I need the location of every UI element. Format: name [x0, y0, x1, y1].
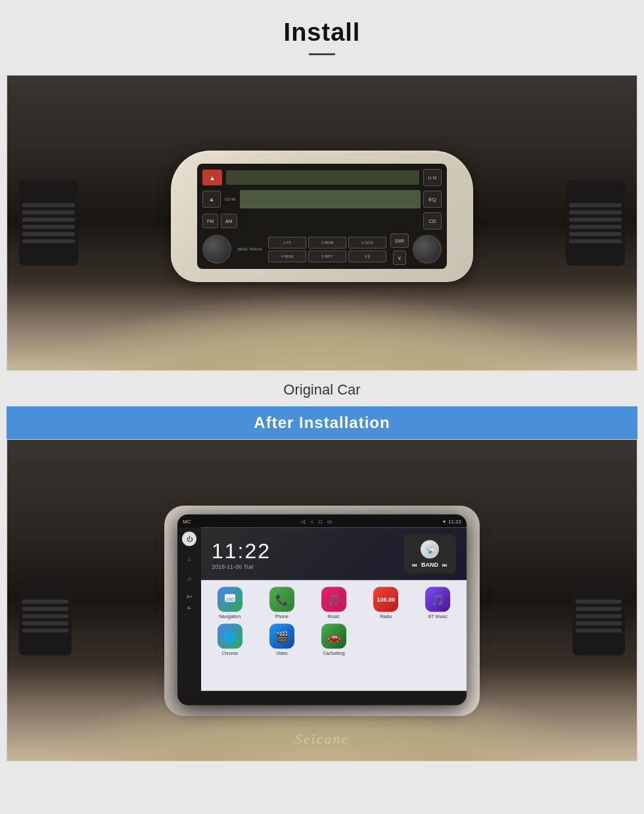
radio-bottom-row: SEEK TRACK 1 FF 2 RDM 3 SCR 4 REW 5 RPT …	[202, 233, 442, 265]
btmusic-app-icon[interactable]: 🎵	[425, 587, 450, 612]
radio-inner: H M ▲ CD-IN EQ FM AM CD	[197, 164, 447, 269]
eq-area: H M	[423, 169, 442, 186]
android-home-top: 11:22 2018-11-06 Tue 📡 ⏮	[201, 528, 467, 581]
page-header: Install	[0, 0, 644, 75]
vent-slat	[22, 232, 75, 236]
music-app-icon[interactable]: 🎵	[321, 587, 346, 612]
navigation-app-icon[interactable]: 280	[218, 587, 242, 612]
status-time: 11:22	[448, 518, 461, 524]
status-right: ▾ 11:22	[443, 518, 461, 524]
carsetting-app-icon[interactable]: 🚗	[321, 624, 346, 649]
back-icon[interactable]: ◁	[301, 518, 305, 524]
down-button[interactable]: ∨	[393, 251, 406, 265]
app-navigation[interactable]: 280 Navigation	[206, 587, 253, 619]
android-head-unit[interactable]: MC ◁ ○ □ ▭ ▾ 11:22 ⏻	[177, 515, 467, 706]
recents-icon[interactable]: □	[319, 518, 322, 524]
after-car-image: MC ◁ ○ □ ▭ ▾ 11:22 ⏻	[7, 439, 637, 761]
vent-slat	[569, 225, 622, 229]
music-sidebar-icon[interactable]: ♫	[182, 571, 196, 586]
app-carsetting[interactable]: 🚗 CarSetting	[310, 624, 357, 656]
navigation-app-label: Navigation	[219, 614, 241, 619]
app-chrome[interactable]: 🌐 Chrome	[206, 624, 253, 656]
dir-controls: DIR ∨	[390, 233, 409, 265]
svg-text:280: 280	[225, 596, 235, 602]
preset-2[interactable]: 2 RDM	[308, 237, 346, 249]
preset-5[interactable]: 5 RPT	[308, 251, 346, 262]
preset-1[interactable]: 1 FF	[268, 237, 306, 249]
next-track-icon[interactable]: ⏭	[442, 562, 448, 567]
app-radio[interactable]: 108.00 Radio	[363, 587, 409, 619]
cd-button[interactable]: CD	[423, 212, 442, 229]
android-apps-grid: 280 Navigation 📞 Phone 🎵 Music	[201, 581, 467, 691]
after-left-vent	[19, 577, 72, 656]
vent-slat	[569, 239, 622, 243]
band-label: BAND	[421, 562, 438, 568]
android-status-bar: MC ◁ ○ □ ▭ ▾ 11:22	[177, 515, 467, 528]
title-divider	[309, 53, 335, 55]
page-title: Install	[0, 18, 644, 47]
vent-slat	[569, 210, 622, 214]
volume-knob[interactable]	[202, 235, 231, 264]
left-vent	[19, 180, 78, 266]
screenshot-icon[interactable]: ▭	[327, 518, 333, 524]
radio-app-label: Radio	[380, 614, 392, 619]
status-bar-left: MC	[183, 518, 191, 524]
preset-grid: 1 FF 2 RDM 3 SCR 4 REW 5 RPT 6 ‖	[268, 237, 386, 262]
app-music[interactable]: 🎵 Music	[310, 587, 357, 619]
vent-slat	[22, 225, 75, 229]
hazard-button[interactable]	[202, 170, 222, 185]
app-video[interactable]: 🎬 Video	[258, 624, 305, 656]
preset-6[interactable]: 6 ‖	[348, 251, 386, 262]
radio-widget-controls: ⏮ BAND ⏭	[412, 562, 448, 568]
radio-app-icon[interactable]: 108.00	[373, 587, 398, 612]
home-icon[interactable]: ○	[310, 518, 313, 524]
after-section: After Installation	[7, 406, 637, 761]
original-car-caption: Original Car	[7, 371, 637, 406]
eq-button[interactable]: EQ	[423, 191, 442, 208]
chrome-app-icon[interactable]: 🌐	[218, 624, 242, 649]
after-banner-text: After Installation	[254, 414, 390, 432]
seek-track: SEEK TRACK	[235, 247, 264, 251]
nav-icons: ◁ ○ □ ▭	[301, 518, 333, 524]
home-sidebar-icon[interactable]: ⌂	[182, 552, 196, 566]
radio-widget-icon: 📡	[421, 540, 439, 559]
vol-down-icon[interactable]: 4-	[187, 605, 191, 611]
am-button[interactable]: AM	[221, 214, 237, 228]
vent-slat	[569, 218, 622, 222]
android-sidebar: ⏻ ⌂ ♫ 4+ 4-	[177, 528, 201, 691]
video-app-icon[interactable]: 🎬	[269, 624, 294, 649]
images-section: H M ▲ CD-IN EQ FM AM CD	[7, 75, 637, 761]
app-btmusic[interactable]: 🎵 BT Music	[415, 587, 461, 619]
vent-slat	[22, 210, 75, 214]
wifi-icon: ▾	[443, 518, 446, 524]
phone-app-icon[interactable]: 📞	[269, 587, 294, 612]
right-vent	[566, 180, 625, 266]
after-banner: After Installation	[7, 406, 637, 439]
video-app-label: Video	[276, 651, 288, 656]
prev-track-icon[interactable]: ⏮	[412, 562, 417, 567]
lcd-top-display	[226, 170, 419, 185]
vent-slat	[22, 218, 75, 222]
phone-app-label: Phone	[275, 614, 288, 619]
android-content: ⏻ ⌂ ♫ 4+ 4- 11:22 2018-11-	[177, 528, 467, 691]
preset-3[interactable]: 3 SCR	[348, 237, 386, 249]
vent-slat	[22, 239, 75, 243]
vent-slat	[569, 203, 622, 207]
app-phone[interactable]: 📞 Phone	[258, 587, 305, 619]
dir-button[interactable]: DIR	[390, 233, 409, 248]
after-right-vent	[572, 577, 625, 656]
eject-button[interactable]: ▲	[202, 191, 221, 208]
radio-mid-row: ▲ CD-IN EQ	[202, 190, 442, 208]
power-icon[interactable]: ⏻	[182, 532, 196, 546]
vent-slat	[22, 203, 75, 207]
btmusic-app-label: BT Music	[428, 614, 448, 619]
radio-widget[interactable]: 📡 ⏮ BAND ⏭	[403, 535, 456, 574]
vol-up-icon[interactable]: 4+	[186, 594, 192, 600]
time-section: 11:22 2018-11-06 Tue	[212, 539, 271, 569]
preset-4[interactable]: 4 REW	[268, 251, 306, 262]
lcd-main-display	[240, 190, 421, 208]
fm-button[interactable]: FM	[202, 214, 218, 228]
original-car-image: H M ▲ CD-IN EQ FM AM CD	[7, 75, 637, 371]
tune-knob[interactable]	[413, 235, 442, 264]
android-main-screen: 11:22 2018-11-06 Tue 📡 ⏮	[201, 528, 467, 691]
